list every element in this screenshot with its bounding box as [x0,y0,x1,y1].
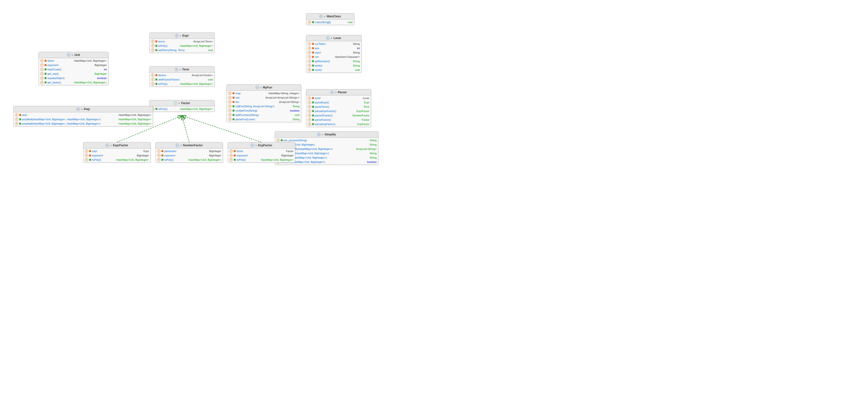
return-parseexpfactor: ExpFactor [355,123,369,126]
class-expr: C » Expr f terms ArrayList<Term> f toPol… [149,33,214,53]
vis-icon-topoly-expr: f [151,44,154,48]
field-fun-myfun: f fun ArrayList<String> [227,100,301,104]
return-parsefun: String [290,118,300,121]
vis-icon-addterm: f [151,49,154,52]
method-parseexpfactor: f parseExpFactor() ExpFactor [306,122,371,126]
type-icon-parsefactor [312,119,314,121]
type-icon-factor-expfactor [234,150,236,152]
field-lexer-parser: f lexer Lexer [306,96,371,100]
field-poly: f poly HashMap<Unit, BigInteger> [13,113,153,117]
method-next: f next() void [306,68,361,72]
method-parseterm: f parseTerm() Term [306,104,371,109]
class-type-icon-factor: I [174,101,177,105]
return-topoly-expr: HashMap<Unit, BigInteger> [178,44,213,47]
arrow-icon-myfun: » [260,86,262,89]
arrow-icon-mainclass: » [324,15,326,18]
field-exponent-expfactor: f exponent BigInteger [228,153,295,158]
field-factors: f factors ArrayList<Factor> [150,73,214,78]
method-callfun: f callFun(String, ArrayList<String>) Str… [227,104,301,109]
method-name-addterm: addTerm(String, Term) [158,49,185,52]
method-main: f main(String[]) void [306,20,354,24]
method-parseexpr: f parseExpr() Expr [306,100,371,104]
field-name-factor-unit: factor [48,59,54,62]
return-iszero: boolean [365,160,377,163]
field-pos: f pos int [306,46,361,50]
vis-icon-exponent-unit: f [40,63,43,67]
class-type-icon-exprfactor: C [105,144,109,147]
vis-icon-map-myfun: f [228,92,231,95]
type-icon-topoly-term [155,83,157,85]
vis-icon-getnumber: f [308,60,311,63]
return-main: void [346,21,352,24]
method-name-parseexprfactor: parseExprFactor() [315,110,336,113]
type-icon-polymult [19,118,21,120]
vis-icon-parsexfactor: f [308,114,311,117]
method-parseexprfactor: f parseExprFactor() ExprFactor [306,109,371,113]
svg-line-1 [182,116,189,142]
vis-icon-m1: f [308,21,311,24]
vis-icon-parseexpr: f [308,101,311,104]
type-icon-addfunction [232,114,235,116]
class-mainclass: C » MainClass f main(String[]) void [306,13,354,25]
vis-icon-polymult: f [15,118,18,121]
return-parseexprfactor: ExprFactor [354,110,369,113]
return-polymult: HashMap<Unit, BigInteger> [117,118,151,121]
method-name-topoly-exprfactor: toPoly() [92,158,101,161]
return-containfun: boolean [288,109,300,112]
type-icon-factor-unit [44,60,46,62]
vis-icon-exponent-exprfactor: f [85,154,88,157]
class-name-term: Term [182,68,189,71]
field-type-lexer-parser: Lexer [361,97,369,99]
return-callfun: String [290,105,300,108]
type-icon-polyadd [19,123,21,125]
vis-icon-addfactor: f [151,78,154,81]
class-name-unit: Unit [74,53,80,57]
field-name-curtoken: curToken [315,42,326,45]
field-name-exponent-unit: exponent [48,64,58,66]
vis-icon-fun-myfun: f [228,100,231,104]
class-body-expr: f terms ArrayList<Term> f toPoly() HashM… [150,39,214,53]
class-type-icon-poly: C [76,107,80,111]
return-addterm: void [206,49,213,52]
class-name-factor: Factor [181,101,190,105]
type-icon-parameter-numberfactor [161,150,163,152]
return-peek: String [351,64,360,67]
method-name-equals-unit: equals(Object) [48,76,65,80]
method-name-parseexpfactor: parseExpFactor() [315,123,336,126]
vis-icon-topoly-exprfactor: f [85,158,88,161]
return-polyadd: HashMap<Unit, BigInteger> [117,122,151,125]
method-hashcode-unit: f hashCode() int [39,67,108,71]
type-icon-hashcode-unit [44,68,46,70]
method-addfactor: f addFactor(Factor) void [150,78,214,82]
class-type-icon-simplify: C [317,133,320,136]
method-topoly-numberfactor: f toPoly() HashMap<Unit, BigInteger> [156,158,223,162]
method-parsefactor: f parseFactor() Factor [306,118,371,122]
vis-icon-callfun: f [228,104,231,108]
method-name-getexp-unit: get_exp() [48,72,59,75]
return-gcdsimplify: ArrayList<String> [354,148,377,150]
field-name-fun-myfun: fun [236,100,239,103]
vis-icon-hashcode-unit: f [40,68,43,71]
method-parsefun: f parseFun(Lexer) String [227,117,301,121]
return-topoly-term: HashMap<Unit, BigInteger> [178,83,213,85]
class-name-expfactor: ExpFactor [258,144,272,147]
class-lexer: C » Lexer f curToken String f pos int f … [306,35,362,73]
vis-icon-expr-exprfactor: f [85,149,88,153]
class-header-myfun: C » MyFun [227,85,301,91]
class-body-factor: f toPoly() HashMap<Unit, BigInteger> [150,106,214,112]
method-name-topoly-factor: toPoly() [158,107,167,111]
field-name-can-myfun: can [236,96,240,99]
field-type-pos: int [355,47,360,50]
type-icon-set [312,56,314,58]
return-parseexpr: Expr [362,101,369,104]
method-name-next: next() [315,68,322,71]
vis-icon-parsefun: f [228,118,231,121]
vis-icon-lexer-parser: f [308,96,311,100]
field-terms: f terms ArrayList<Term> [150,39,214,43]
vis-icon-factor-unit: f [40,59,43,62]
vis-icon-exponent-expfactor: f [229,154,233,157]
method-equals-unit: f equals(Object) boolean [39,76,108,80]
type-icon-exponent-numberfactor [161,154,163,156]
field-exponent-numberfactor: f exponent BigInteger [156,153,223,158]
type-icon-terms [155,40,157,42]
